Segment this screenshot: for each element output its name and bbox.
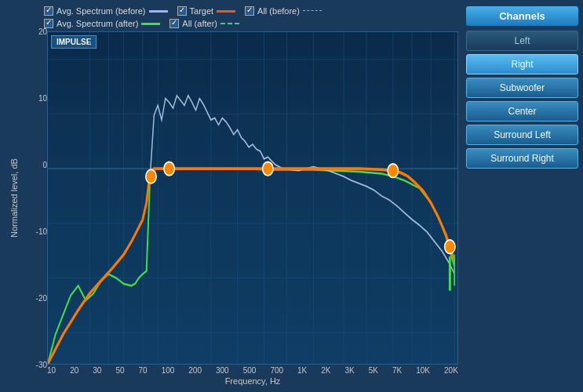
graph-container: IMPULSE [47,31,458,365]
svg-point-25 [263,162,274,175]
channel-btn-right[interactable]: Right [466,54,578,74]
checkbox-all-after[interactable] [169,19,179,28]
legend-avg-after-line [141,23,160,25]
legend-all-before: All (before) [245,6,322,16]
svg-point-23 [146,169,157,183]
legend-row-1: Avg. Spectrum (before) Target All (befor… [6,6,458,16]
y-axis-label: Normalized level, dB [6,31,22,365]
x-tick-7k: 7K [392,366,402,375]
checkbox-avg-before[interactable] [44,6,53,16]
main-container: Avg. Spectrum (before) Target All (befor… [0,0,583,392]
x-tick-3k: 3K [345,366,355,375]
x-tick-20: 20 [70,366,78,375]
x-tick-5k: 5K [369,366,378,375]
checkbox-all-before[interactable] [245,6,254,16]
channel-btn-subwoofer[interactable]: Subwoofer [466,78,578,98]
x-tick-10: 10 [47,366,56,375]
legend-all-before-label: All (before) [257,6,300,16]
svg-point-26 [388,164,399,177]
x-ticks: 10 20 30 50 70 100 200 300 500 700 1K 2K… [47,366,458,375]
legend-target: Target [177,6,236,16]
x-tick-50: 50 [115,366,124,375]
chart-wrapper: Normalized level, dB 20 10 0 -10 -20 -30… [6,31,458,365]
channel-btn-surround-right[interactable]: Surround Right [466,148,578,169]
x-tick-2k: 2K [321,366,330,375]
chart-svg [48,32,457,364]
sidebar: Channels Left Right Subwoofer Center Sur… [461,0,583,392]
y-ticks: 20 10 0 -10 -20 -30 [25,31,47,365]
x-axis-area: 10 20 30 50 70 100 200 300 500 700 1K 2K… [6,366,458,375]
x-tick-200: 200 [188,366,202,375]
legend-row-2: Avg. Spectrum (after) All (after) [6,19,458,28]
x-tick-100: 100 [162,366,175,375]
x-tick-30: 30 [93,366,101,375]
legend-all-after: All (after) [169,19,239,28]
x-tick-1k: 1K [297,366,307,375]
sidebar-title: Channels [466,6,578,26]
x-tick-20k: 20K [444,366,458,375]
chart-area: Avg. Spectrum (before) Target All (befor… [0,0,461,392]
checkbox-target[interactable] [177,6,187,16]
svg-point-27 [445,240,456,253]
x-tick-70: 70 [139,366,148,375]
x-axis-label: Frequency, Hz [6,376,458,386]
x-tick-500: 500 [243,366,257,375]
legend-all-after-line [220,23,239,25]
legend-avg-before-label: Avg. Spectrum (before) [56,6,146,16]
svg-point-24 [164,162,175,175]
legend-target-label: Target [190,6,214,16]
x-tick-10k: 10K [416,366,430,375]
legend-target-line [217,10,235,13]
legend-avg-after-label: Avg. Spectrum (after) [56,19,138,28]
legend-all-after-label: All (after) [182,19,217,28]
legend-avg-after: Avg. Spectrum (after) [44,19,160,28]
x-tick-300: 300 [216,366,229,375]
channel-btn-center[interactable]: Center [466,101,578,122]
channel-btn-left[interactable]: Left [466,31,578,51]
legend-avg-before: Avg. Spectrum (before) [44,6,168,16]
x-tick-700: 700 [270,366,283,375]
legend-avg-before-line [149,10,168,13]
channel-btn-surround-left[interactable]: Surround Left [466,125,578,145]
legend-all-before-line [303,10,322,12]
